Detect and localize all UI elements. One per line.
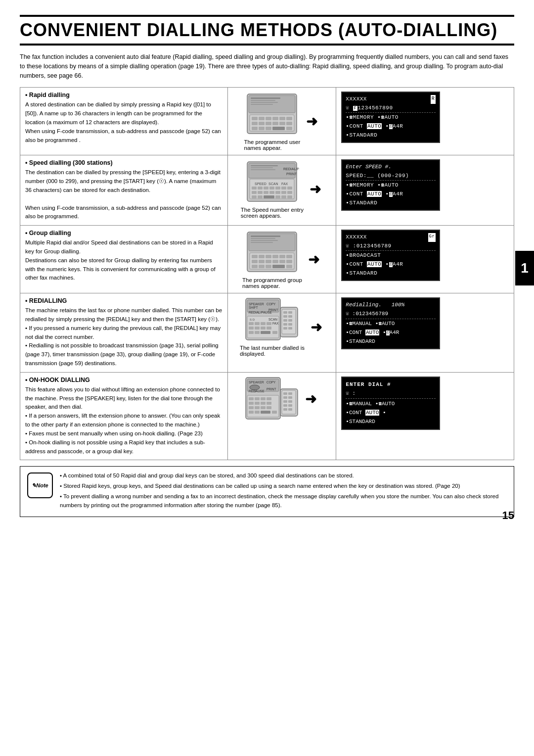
- speed-dialling-row: • Speed dialling (300 stations) The dest…: [20, 155, 514, 226]
- svg-text:IAUSE: IAUSE: [255, 389, 265, 393]
- svg-rect-99: [255, 331, 260, 334]
- svg-rect-90: [255, 322, 260, 325]
- svg-rect-109: [288, 319, 292, 322]
- speed-caption: The Speed number entryscreen appears.: [241, 207, 304, 219]
- svg-rect-57: [251, 236, 280, 237]
- rapid-lcd: XXXXXXR ☏ F1234567890 ▪☎MEMORY ▪☎AUTO ▪C…: [341, 92, 440, 143]
- svg-rect-75: [259, 265, 265, 268]
- svg-rect-26: [251, 165, 278, 166]
- svg-rect-63: [259, 255, 265, 258]
- svg-rect-107: [288, 315, 292, 318]
- svg-rect-21: [266, 127, 271, 130]
- svg-rect-39: [275, 187, 280, 189]
- rapid-body: A stored destination can be dialled by s…: [25, 100, 222, 144]
- svg-rect-62: [252, 255, 258, 258]
- onhook-screen-cell: ENTER DIAL # ☏ : ▪☎MANUAL ▪☎AUTO ▪CONT A…: [336, 372, 514, 460]
- svg-rect-141: [283, 392, 287, 395]
- redialling-desc-cell: • REDIALLING The machine retains the las…: [20, 293, 228, 373]
- svg-text:SCAN: SCAN: [268, 318, 277, 321]
- speed-label: • Speed dialling (300 stations): [25, 159, 222, 166]
- svg-text:FAX: FAX: [281, 182, 288, 186]
- svg-rect-14: [259, 122, 265, 125]
- svg-rect-150: [288, 408, 292, 411]
- rapid-label: • Rapid dialling: [25, 92, 222, 98]
- svg-rect-51: [264, 195, 274, 198]
- rapid-caption: The programmed usernames appear.: [244, 139, 301, 151]
- svg-rect-135: [249, 411, 254, 414]
- svg-rect-64: [266, 255, 271, 258]
- svg-rect-52: [275, 195, 280, 198]
- group-machine-img: [245, 230, 299, 273]
- svg-rect-70: [266, 260, 271, 263]
- svg-text:PRINT: PRINT: [268, 308, 278, 312]
- speed-screen-cell: Enter SPEED #. SPEED:__ (000-299) ▪☎MEMO…: [336, 155, 514, 226]
- svg-rect-71: [272, 260, 278, 263]
- svg-rect-48: [287, 191, 292, 194]
- svg-rect-94: [249, 327, 254, 330]
- svg-rect-124: [255, 397, 260, 400]
- onhook-lcd: ENTER DIAL # ☏ : ▪☎MANUAL ▪☎AUTO ▪CONT A…: [341, 377, 440, 430]
- svg-rect-76: [266, 265, 271, 268]
- group-screen-cell: XXXXXXGr ☏ :0123456789 ▪BROADCAST ▪CONT …: [336, 226, 514, 293]
- svg-rect-4: [251, 102, 278, 103]
- svg-rect-36: [258, 187, 263, 189]
- group-body: Multiple Rapid dial and/or Speed dial de…: [25, 238, 222, 283]
- rapid-screen-cell: XXXXXXR ☏ F1234567890 ▪☎MEMORY ▪☎AUTO ▪C…: [336, 88, 514, 155]
- redialling-machine-img: SPEAKER COPY SHIFT REDIAL/PAUSE PRINT S …: [245, 297, 299, 341]
- svg-rect-128: [255, 402, 260, 405]
- note-content: A combined total of 50 Rapid dial and gr…: [60, 472, 507, 511]
- rapid-desc-cell: • Rapid dialling A stored destination ca…: [20, 88, 228, 155]
- svg-rect-2: [251, 97, 280, 99]
- svg-rect-148: [288, 404, 292, 407]
- svg-text:SPEED: SPEED: [255, 182, 267, 186]
- note-bullet-1: A combined total of 50 Rapid dial and gr…: [60, 472, 507, 480]
- onhook-desc-cell: • ON-HOOK DIALLING This feature allows y…: [20, 372, 228, 460]
- svg-rect-10: [272, 117, 278, 120]
- svg-rect-23: [286, 127, 292, 130]
- onhook-dialling-row: • ON-HOOK DIALLING This feature allows y…: [20, 372, 514, 460]
- svg-rect-28: [251, 169, 275, 170]
- svg-rect-58: [251, 238, 275, 239]
- svg-rect-98: [249, 331, 254, 334]
- svg-rect-95: [255, 327, 260, 330]
- svg-rect-53: [281, 195, 286, 198]
- svg-rect-97: [267, 327, 271, 330]
- svg-rect-49: [252, 195, 257, 198]
- redialling-img-cell: SPEAKER COPY SHIFT REDIAL/PAUSE PRINT S …: [227, 293, 336, 373]
- svg-rect-16: [272, 122, 278, 125]
- svg-rect-67: [286, 255, 292, 258]
- svg-rect-3: [251, 100, 275, 101]
- svg-rect-15: [266, 122, 271, 125]
- rapid-img-cell: The programmed usernames appear. ➜: [227, 88, 336, 155]
- redialling-caption: The last number dialled isdisplayed.: [240, 345, 305, 357]
- svg-rect-89: [249, 322, 254, 325]
- svg-rect-17: [279, 122, 285, 125]
- svg-text:COPY: COPY: [267, 302, 276, 306]
- svg-rect-96: [261, 327, 266, 330]
- svg-rect-18: [286, 122, 292, 125]
- svg-rect-22: [272, 127, 285, 130]
- svg-rect-11: [279, 117, 285, 120]
- svg-rect-146: [288, 400, 292, 403]
- group-desc-cell: • Group dialling Multiple Rapid dial and…: [20, 226, 228, 293]
- svg-text:SCAN: SCAN: [268, 182, 278, 186]
- svg-rect-45: [269, 191, 274, 194]
- svg-rect-130: [267, 402, 271, 405]
- svg-text:FAX: FAX: [272, 322, 279, 325]
- speed-img-cell: REDIAL/PAUSE PRINT SPEED SCAN FAX: [227, 155, 336, 226]
- svg-rect-108: [283, 319, 287, 322]
- onhook-img-cell: SPEAKER COPY RED IAUSE PRINT: [227, 372, 336, 460]
- svg-rect-105: [288, 311, 292, 314]
- svg-rect-13: [252, 122, 258, 125]
- svg-rect-69: [259, 260, 265, 263]
- redialling-body: The machine retains the last fax or phon…: [25, 306, 222, 368]
- svg-rect-78: [286, 265, 292, 268]
- svg-rect-54: [287, 195, 292, 198]
- redialling-lcd: Redialling. 100% ☏ :0123456789 ▪☎MANUAL …: [341, 297, 440, 349]
- svg-rect-68: [252, 260, 258, 263]
- svg-text:PRINT: PRINT: [267, 387, 276, 391]
- svg-rect-106: [283, 315, 287, 318]
- svg-rect-40: [281, 187, 286, 189]
- main-content-table: • Rapid dialling A stored destination ca…: [20, 87, 514, 460]
- svg-rect-9: [266, 117, 271, 120]
